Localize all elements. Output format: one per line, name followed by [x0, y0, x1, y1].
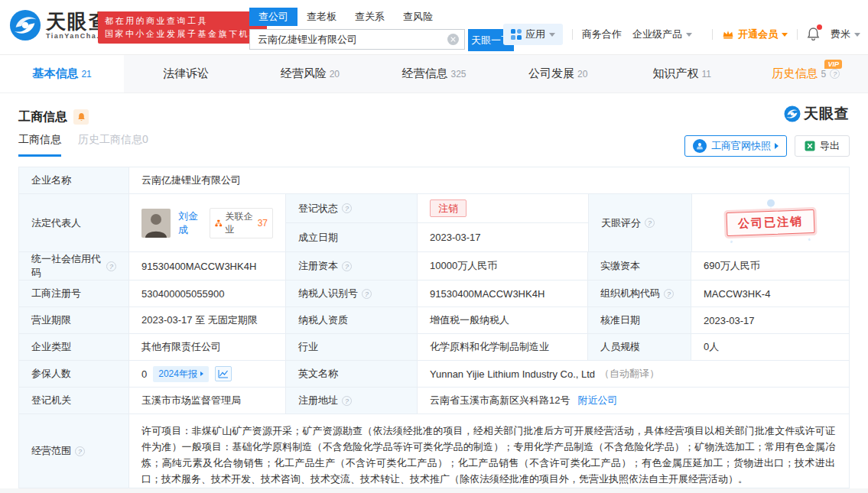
search-tab-boss[interactable]: 查老板	[297, 8, 346, 26]
credit-code-value: 91530400MACCW3HK4H	[129, 252, 286, 280]
score-cell: 公司已注销	[692, 194, 849, 251]
main-content: 工商信息 天眼查 工商信息 历史工商信息0	[0, 93, 868, 488]
table-row: 营业期限 2023-03-17 至 无固定期限 纳税人资质 增值税一般纳税人 核…	[19, 307, 849, 334]
annual-report-badge[interactable]: 2024年报	[153, 366, 209, 382]
legal-rep-name-link[interactable]: 刘金成	[178, 209, 203, 237]
subtab-business-info[interactable]: 工商信息	[18, 133, 61, 157]
credit-code-label-cell: 统一社会信用代码	[19, 252, 129, 280]
section-title: 工商信息	[18, 109, 67, 125]
notification-bell-icon[interactable]	[807, 27, 820, 43]
taxpayer-qualification-label: 纳税人资质	[286, 307, 418, 333]
registered-capital-value: 10000万人民币	[418, 252, 588, 280]
staff-size-value: 0人	[691, 334, 849, 360]
help-icon[interactable]	[362, 289, 372, 299]
status-date-subtable: 登记状态 注销 成立日期 2023-03-17	[286, 194, 589, 251]
table-row-legal-rep: 法定代表人 刘金成	[19, 194, 849, 252]
company-type-value: 其他有限责任公司	[129, 334, 286, 360]
vip-badge: VIP	[824, 60, 842, 69]
search-tab-relation[interactable]: 查关系	[346, 8, 394, 26]
business-scope-value: 许可项目：非煤矿山矿产资源开采；矿产资源勘查（依法须经批准的项目，经相关部门批准…	[129, 414, 849, 488]
chevron-right-icon	[200, 371, 203, 376]
reg-status-label-cell: 登记状态	[286, 194, 418, 222]
export-button[interactable]: 导出	[795, 135, 850, 157]
search-tab-risk[interactable]: 查风险	[394, 8, 442, 26]
page-bottom-strip	[0, 488, 868, 493]
help-icon[interactable]	[342, 396, 352, 406]
english-name-value: Yunnan Yijie Lithium Industry Co., Ltd	[430, 368, 595, 380]
watermark-text: 天眼查	[804, 104, 850, 124]
tab-intellectual-property[interactable]: 知识产权11	[620, 55, 744, 92]
snapshot-button[interactable]: 工商官网快照	[684, 135, 787, 157]
table-row: 统一社会信用代码 91530400MACCW3HK4H 注册资本 10000万人…	[19, 252, 849, 281]
help-icon[interactable]	[342, 261, 352, 271]
reg-authority-label: 登记机关	[19, 388, 129, 414]
help-icon[interactable]	[106, 261, 116, 271]
nav-business-coop[interactable]: 商务合作	[582, 28, 622, 41]
business-scope-label-cell: 经营范围	[19, 414, 129, 488]
tab-history-info[interactable]: VIP 历史信息5	[744, 55, 868, 92]
related-companies-badge[interactable]: 关联企业 37	[210, 208, 273, 238]
address-value: 云南省玉溪市高新区兴科路12号	[430, 394, 570, 407]
related-companies-count: 37	[258, 218, 268, 229]
tab-company-development[interactable]: 公司发展20	[496, 55, 620, 92]
chevron-down-icon	[549, 33, 555, 37]
org-chart-icon	[215, 219, 223, 228]
search-tab-company[interactable]: 查公司	[249, 8, 297, 26]
company-type-label: 企业类型	[19, 334, 129, 360]
monitor-bell-icon[interactable]	[73, 109, 89, 125]
legal-rep-label: 法定代表人	[19, 194, 129, 251]
establish-date-label: 成立日期	[286, 223, 418, 251]
divider	[572, 29, 573, 40]
tianyancha-logo-icon	[9, 9, 41, 41]
table-row-company-name: 企业名称 云南亿捷锂业有限公司	[19, 167, 849, 194]
address-cell: 云南省玉溪市高新区兴科路12号 附近公司	[418, 388, 849, 414]
company-name-label: 企业名称	[19, 167, 129, 193]
reg-number-label: 工商注册号	[19, 281, 129, 307]
help-icon[interactable]	[645, 218, 655, 228]
approval-date-label: 核准日期	[588, 307, 691, 333]
tab-basic-info[interactable]: 基本信息21	[0, 55, 124, 92]
related-companies-label: 关联企业	[226, 210, 255, 236]
auto-translate-note: （自动翻译）	[600, 367, 659, 381]
nav-apps[interactable]: 应用	[503, 24, 563, 45]
reg-authority-value: 玉溪市市场监督管理局	[129, 388, 286, 414]
help-icon[interactable]	[342, 203, 352, 213]
search-area: 查公司 查老板 查关系 查风险 天眼一下	[249, 8, 514, 51]
help-icon[interactable]	[75, 446, 85, 456]
top-nav: 应用 商务合作 企业级产品 开通会员	[503, 24, 860, 45]
subtab-history-business-info[interactable]: 历史工商信息0	[78, 133, 148, 154]
clear-icon[interactable]	[447, 34, 459, 45]
search-input[interactable]	[249, 29, 465, 50]
stamp-icon	[693, 139, 707, 153]
tab-operating-risk[interactable]: 经营风险20	[248, 55, 372, 92]
help-icon[interactable]	[830, 69, 840, 79]
nearby-companies-link[interactable]: 附近公司	[577, 394, 617, 407]
tab-legal-proceedings[interactable]: 法律诉讼	[124, 55, 248, 92]
divider	[797, 29, 798, 40]
address-label-cell: 注册地址	[286, 388, 418, 414]
table-row: 企业类型 其他有限责任公司 行业 化学原料和化学制品制造业 人员规模 0人	[19, 334, 849, 361]
top-header: 天眼查 TianYanCha.com 都在用的商业查询工具 国家中小企业发展子基…	[0, 0, 868, 55]
score-label-cell: 天眼评分	[589, 194, 692, 251]
taxpayer-id-label-cell: 纳税人识别号	[286, 281, 418, 307]
slogan-banner: 都在用的商业查询工具 国家中小企业发展子基金旗下机构	[98, 11, 267, 44]
section-header: 工商信息 天眼查	[18, 93, 850, 127]
trend-chart-button[interactable]	[215, 366, 232, 381]
tab-operating-info[interactable]: 经营信息325	[372, 55, 496, 92]
help-icon[interactable]	[664, 289, 674, 299]
chevron-down-icon	[854, 33, 860, 37]
table-row: 工商注册号 530400005055900 纳税人识别号 91530400MAC…	[19, 281, 849, 307]
nav-username[interactable]: 费米	[831, 28, 860, 41]
legal-rep-avatar[interactable]	[141, 209, 171, 238]
business-info-table: 企业名称 云南亿捷锂业有限公司 法定代表人 刘金成	[18, 167, 850, 488]
nav-enterprise-products[interactable]: 企业级产品	[632, 28, 692, 41]
reg-status-value-cell: 注销	[418, 194, 589, 222]
nav-apps-label: 应用	[525, 28, 545, 41]
company-name-value: 云南亿捷锂业有限公司	[129, 167, 849, 193]
nav-vip-button[interactable]: 开通会员	[722, 28, 788, 41]
taxpayer-qualification-value: 增值税一般纳税人	[418, 307, 588, 333]
chevron-down-icon	[782, 33, 788, 37]
paid-in-capital-value: 690万人民币	[691, 252, 849, 280]
insured-value-cell: 0 2024年报	[129, 361, 286, 387]
chevron-down-icon	[686, 33, 692, 37]
